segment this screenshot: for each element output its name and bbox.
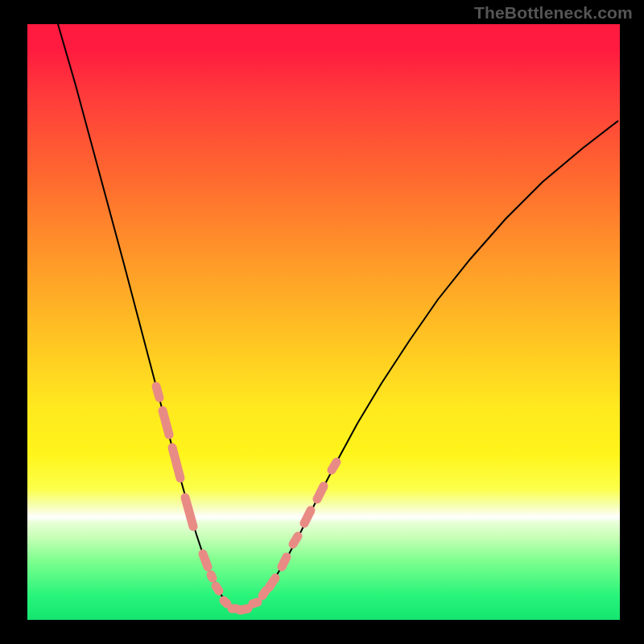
highlight-segment: [211, 575, 213, 578]
plot-area: [27, 24, 620, 620]
highlight-overlay: [156, 386, 336, 610]
highlight-segment: [163, 411, 169, 435]
bottleneck-curve: [58, 24, 618, 610]
highlight-segment: [304, 510, 311, 523]
highlight-segment: [293, 536, 298, 544]
highlight-segment: [156, 386, 159, 398]
highlight-segment: [317, 486, 324, 499]
highlight-segment: [185, 497, 193, 526]
highlight-segment: [332, 462, 336, 470]
chart-frame: TheBottleneck.com: [0, 0, 644, 644]
highlight-segment: [253, 602, 258, 604]
highlight-segment: [172, 448, 180, 478]
watermark-text: TheBottleneck.com: [474, 3, 633, 23]
highlight-segment: [282, 557, 287, 567]
curve-svg: [27, 24, 620, 620]
highlight-segment: [240, 609, 248, 610]
highlight-segment: [203, 554, 208, 567]
highlight-segment: [224, 601, 227, 604]
highlight-segment: [262, 591, 266, 596]
highlight-segment: [216, 586, 219, 591]
highlight-segment: [269, 578, 275, 588]
